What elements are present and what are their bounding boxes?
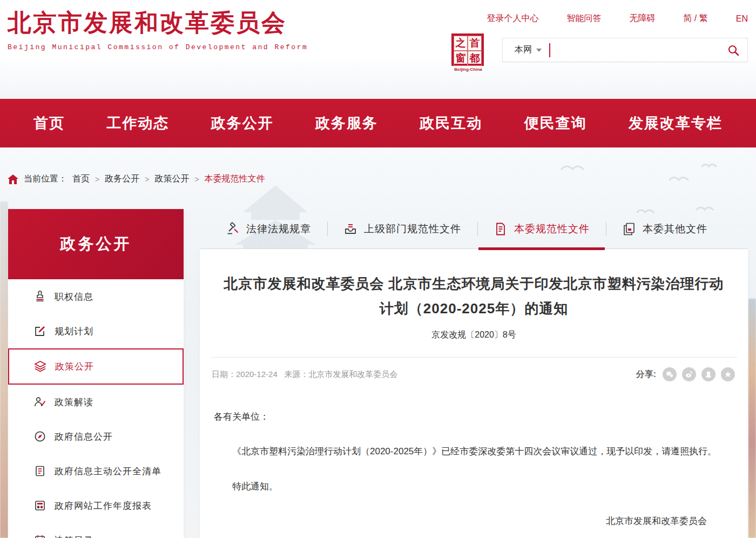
content-tabs: 法律法规规章 上级部门规范性文件 <box>200 209 748 249</box>
tab-laws-regulations[interactable]: 法律法规规章 <box>210 209 327 248</box>
page-body: 当前位置： 首页 > 政务公开 > 政策公开 > 本委规范性文件 政务公开 <box>0 147 756 538</box>
nav-item-gov-disclosure[interactable]: 政务公开 <box>211 113 274 133</box>
main-content: 法律法规规章 上级部门规范性文件 <box>200 209 748 538</box>
stamp-icon <box>34 291 46 302</box>
sidebar-item-planning[interactable]: 规划计划 <box>8 314 184 348</box>
nav-item-interaction[interactable]: 政民互动 <box>420 113 482 133</box>
topbar-links: 登录个人中心 智能问答 无障碍 简 / 繁 EN <box>487 13 748 24</box>
page: 北京市发展和改革委员会 Beijing Municipal Commission… <box>0 0 756 538</box>
beijing-china-seal-logo[interactable]: 之 首 窗 都 Beijing-China <box>451 33 485 72</box>
search-scope-label: 本网 <box>515 44 532 56</box>
tab-label: 法律法规规章 <box>246 222 311 236</box>
search-button[interactable] <box>719 38 747 62</box>
sidebar-item-label: 决策目录 <box>55 534 93 538</box>
left-edge-background-art <box>0 201 8 538</box>
documents-icon <box>622 222 636 236</box>
sidebar-title-label: 政务公开 <box>60 233 132 255</box>
nav-item-reform-column[interactable]: 发展改革专栏 <box>629 113 723 133</box>
breadcrumb: 当前位置： 首页 > 政务公开 > 政策公开 > 本委规范性文件 <box>8 173 265 185</box>
login-link[interactable]: 登录个人中心 <box>487 13 538 24</box>
search-bar: 本网 <box>502 38 748 62</box>
breadcrumb-gov-disclosure[interactable]: 政务公开 <box>105 173 139 185</box>
qq-share-icon[interactable] <box>701 367 716 381</box>
nav-item-convenient-query[interactable]: 便民查询 <box>524 113 587 133</box>
catalog-icon <box>34 534 46 538</box>
sidebar: 政务公开 职权信息 规划计划 <box>8 209 184 538</box>
seal-grid: 之 首 窗 都 <box>451 33 484 66</box>
seal-char: 之 <box>454 36 468 51</box>
article-title: 北京市发展和改革委员会 北京市生态环境局关于印发北京市塑料污染治理行动计划（20… <box>223 272 725 321</box>
breadcrumb-separator: > <box>95 175 99 184</box>
english-link[interactable]: EN <box>736 14 748 24</box>
site-header: 北京市发展和改革委员会 Beijing Municipal Commission… <box>0 0 756 99</box>
site-title: 北京市发展和改革委员会 <box>8 10 308 36</box>
site-logo[interactable]: 北京市发展和改革委员会 Beijing Municipal Commission… <box>8 10 308 51</box>
breadcrumb-separator: > <box>194 175 199 184</box>
breadcrumb-home[interactable]: 首页 <box>72 173 90 185</box>
breadcrumb-separator: > <box>145 175 149 184</box>
tab-superior-normative-docs[interactable]: 上级部门规范性文件 <box>327 209 477 248</box>
date-label: 日期： <box>212 369 236 379</box>
article-meta: 日期：2020-12-24 来源：北京市发展和改革委员会 分享: <box>211 358 737 381</box>
paragraph: 《北京市塑料污染治理行动计划（2020-2025年）》已经市委深改委第十四次会议… <box>214 443 733 460</box>
article-body: 各有关单位： 《北京市塑料污染治理行动计划（2020-2025年）》已经市委深改… <box>211 381 737 530</box>
edit-icon <box>34 325 46 337</box>
search-scope-dropdown[interactable]: 本网 <box>503 44 549 56</box>
nav-item-gov-services[interactable]: 政务服务 <box>315 113 378 133</box>
wechat-share-icon[interactable] <box>663 367 677 381</box>
sidebar-item-policy-interpretation[interactable]: 政策解读 <box>8 385 184 419</box>
document-list-icon <box>34 465 46 477</box>
source-label: 来源： <box>284 369 308 379</box>
sidebar-item-policy-disclosure[interactable]: 政策公开 <box>8 348 184 385</box>
share-bar: 分享: <box>636 367 735 381</box>
sidebar-item-label: 政府信息主动公开全清单 <box>55 465 161 478</box>
tab-label: 本委其他文件 <box>643 222 707 236</box>
sidebar-item-gov-info-disclosure[interactable]: 政府信息公开 <box>8 419 184 454</box>
sidebar-item-decision-catalog[interactable]: 决策目录 <box>8 523 184 538</box>
smart-qa-link[interactable]: 智能问答 <box>566 13 601 24</box>
layers-icon <box>34 360 46 373</box>
sidebar-item-label: 政策公开 <box>55 360 94 373</box>
sidebar-item-label: 政府信息公开 <box>55 431 113 443</box>
tab-label: 上级部门规范性文件 <box>364 222 461 236</box>
person-check-icon <box>34 396 46 408</box>
tab-commission-other-docs[interactable]: 本委其他文件 <box>606 209 724 248</box>
gavel-icon <box>226 222 240 236</box>
salutation: 各有关单位： <box>214 408 733 426</box>
accessibility-link[interactable]: 无障碍 <box>629 13 655 24</box>
article-doc-number: 京发改规〔2020〕8号 <box>211 329 737 341</box>
main-nav: 首页 工作动态 政务公开 政务服务 政民互动 便民查询 发展改革专栏 <box>0 99 756 147</box>
simplified-traditional-link[interactable]: 简 / 繁 <box>683 13 707 24</box>
sidebar-item-proactive-disclosure-list[interactable]: 政府信息主动公开全清单 <box>8 454 184 488</box>
weibo-share-icon[interactable] <box>682 367 696 381</box>
seal-caption: Beijing-China <box>451 67 485 72</box>
more-share-icon[interactable] <box>721 367 735 381</box>
date-value: 2020-12-24 <box>236 369 278 379</box>
paragraph: 特此通知。 <box>214 478 733 495</box>
site-subtitle: Beijing Municipal Commission of Developm… <box>8 43 308 51</box>
seal-char: 窗 <box>454 51 468 66</box>
tab-commission-normative-docs[interactable]: 本委规范性文件 <box>477 209 606 248</box>
tab-label: 本委规范性文件 <box>514 222 590 236</box>
signature: 北京市发展和改革委员会 <box>214 513 733 530</box>
sidebar-item-authority-info[interactable]: 职权信息 <box>8 279 184 314</box>
report-icon <box>34 500 46 512</box>
nav-item-work-trends[interactable]: 工作动态 <box>106 113 169 133</box>
sidebar-item-label: 规划计划 <box>55 325 93 338</box>
chevron-down-icon <box>536 49 542 52</box>
right-edge-background-art <box>748 299 756 538</box>
article-date-source: 日期：2020-12-24 来源：北京市发展和改革委员会 <box>212 369 397 380</box>
search-input[interactable] <box>550 38 719 62</box>
seal-char: 首 <box>468 36 482 51</box>
source-value: 北京市发展和改革委员会 <box>308 369 397 379</box>
inbox-icon <box>343 222 357 236</box>
nav-item-home[interactable]: 首页 <box>33 113 65 133</box>
search-icon <box>727 44 739 56</box>
sidebar-title: 政务公开 <box>8 209 184 279</box>
sidebar-item-annual-website-report[interactable]: 政府网站工作年度报表 <box>8 488 184 523</box>
article: 北京市发展和改革委员会 北京市生态环境局关于印发北京市塑料污染治理行动计划（20… <box>200 249 748 538</box>
sidebar-item-label: 政策解读 <box>55 396 93 408</box>
sidebar-item-label: 政府网站工作年度报表 <box>55 500 152 512</box>
seal-char: 都 <box>468 51 482 66</box>
breadcrumb-policy-disclosure[interactable]: 政策公开 <box>154 173 189 185</box>
